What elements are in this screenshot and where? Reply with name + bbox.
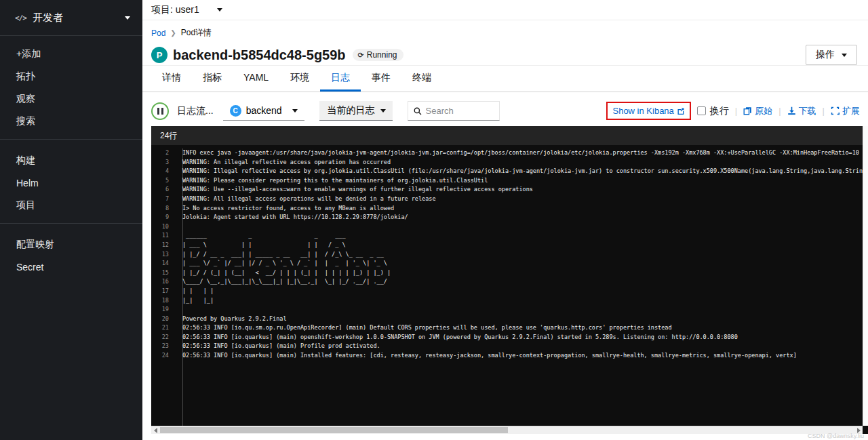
scrollbar-thumb[interactable]	[160, 427, 508, 433]
tab-metrics[interactable]: 指标	[192, 66, 233, 92]
log-line-text: 02:56:33 INFO [io.quarkus] (main) opensh…	[176, 333, 863, 342]
log-line-text: \____/ \__,_|\___|_|\_\___|_| |_|\__,_| …	[176, 277, 863, 287]
search-input[interactable]	[426, 106, 494, 116]
perspective-switcher[interactable]: </> 开发者	[0, 0, 142, 36]
log-line-number: 12	[151, 241, 176, 250]
log-line-number: 14	[151, 259, 176, 268]
scroll-left-arrow-icon[interactable]	[151, 426, 159, 435]
log-line-number: 6	[151, 185, 176, 195]
log-line-number: 24	[151, 351, 176, 361]
project-selector[interactable]: 项目: user1	[151, 4, 222, 16]
log-line: 4 WARNING: Illegal reflective access by …	[151, 167, 863, 176]
container-select[interactable]: C backend	[223, 101, 304, 121]
pod-tabs: 详情 指标 YAML 环境 日志 事件 终端	[142, 66, 868, 92]
main-content: 项目: user1 Pod ❯ Pod详情 P backend-b5854dc4…	[142, 0, 868, 440]
tab-events[interactable]: 事件	[361, 66, 401, 92]
log-line-text: I> No access restrictor found, access to…	[176, 204, 863, 214]
log-line-text: WARNING: An illegal reflective access op…	[176, 158, 863, 167]
sidebar-item-search[interactable]: 搜索	[0, 110, 142, 132]
sidebar-item-project[interactable]: 项目	[0, 194, 142, 216]
wrap-lines-control[interactable]: 换行	[697, 105, 729, 117]
raw-window-icon	[743, 106, 752, 115]
tab-terminal[interactable]: 终端	[401, 66, 442, 92]
sidebar-item-topology[interactable]: 拓扑	[0, 65, 142, 87]
log-horizontal-scrollbar[interactable]	[151, 426, 863, 434]
sidebar-group-main: +添加 拓扑 观察 搜索	[0, 36, 142, 136]
sidebar-item-helm[interactable]: Helm	[0, 172, 142, 194]
kibana-highlight-box: Show in Kibana	[606, 102, 690, 120]
actions-button[interactable]: 操作	[806, 45, 857, 65]
expand-label: 扩展	[842, 105, 860, 117]
pause-log-button[interactable]	[151, 102, 169, 120]
project-selector-label: 项目: user1	[151, 4, 199, 16]
log-line-number: 22	[151, 333, 176, 342]
log-line: 16 \____/ \__,_|\___|_|\_\___|_| |_|\__,…	[151, 277, 863, 287]
pause-icon	[161, 108, 163, 115]
log-line-number: 21	[151, 323, 176, 333]
log-line-text: | ___ \ | | | | / _ \	[176, 241, 863, 250]
sidebar-item-configmaps[interactable]: 配置映射	[0, 233, 142, 256]
log-line-number: 13	[151, 250, 176, 260]
container-select-value: backend	[246, 105, 282, 116]
download-link[interactable]: 下载	[787, 105, 816, 117]
search-icon	[414, 107, 422, 115]
perspective-label: 开发者	[33, 12, 125, 24]
log-line-number: 17	[151, 287, 176, 296]
sidebar-item-secret[interactable]: Secret	[0, 256, 142, 278]
breadcrumb-pod-link[interactable]: Pod	[151, 28, 165, 38]
log-line: 17 | | | |	[151, 287, 863, 296]
log-line: 9 Jolokia: Agent started with URL https:…	[151, 213, 863, 222]
sidebar-item-add[interactable]: +添加	[0, 43, 142, 65]
log-line: 3 WARNING: An illegal reflective access …	[151, 158, 863, 167]
page-header: Pod ❯ Pod详情 P backend-b5854dc48-5g59b ⟳ …	[142, 20, 868, 66]
tab-logs[interactable]: 日志	[320, 66, 361, 92]
chevron-down-icon	[842, 54, 847, 57]
log-vertical-scrollbar[interactable]	[863, 126, 868, 426]
log-line-number: 10	[151, 222, 176, 232]
log-type-select[interactable]: 当前的日志	[319, 101, 393, 121]
log-line-number: 9	[151, 213, 176, 222]
log-line-text: | |_/ / (_| | (__| < __/ | | | (_| | | |…	[176, 268, 863, 278]
tab-environment[interactable]: 环境	[279, 66, 320, 92]
log-line-text: | | | |	[176, 287, 863, 296]
actions-button-label: 操作	[816, 49, 835, 61]
sidebar-divider	[0, 139, 142, 140]
sync-icon: ⟳	[358, 51, 364, 60]
log-stream-label: 日志流...	[177, 105, 214, 117]
log-line-text	[176, 222, 863, 232]
log-type-value: 当前的日志	[328, 104, 375, 117]
wrap-lines-label: 换行	[710, 105, 729, 117]
sidebar-item-builds[interactable]: 构建	[0, 149, 142, 172]
sidebar-item-observe[interactable]: 观察	[0, 87, 142, 110]
show-in-kibana-link[interactable]: Show in Kibana	[612, 106, 684, 116]
log-line-number: 23	[151, 342, 176, 351]
title-row: P backend-b5854dc48-5g59b ⟳ Running 操作	[151, 45, 857, 65]
wrap-lines-checkbox[interactable]	[697, 106, 706, 115]
log-line-number: 16	[151, 277, 176, 287]
log-line-text: 02:56:33 INFO [io.quarkus] (main) Profil…	[176, 342, 863, 351]
log-line-text: Powered by Quarkus 2.9.2.Final	[176, 315, 863, 324]
sidebar-group-resources: 构建 Helm 项目	[0, 142, 142, 220]
log-line: 6 WARNING: Use --illegal-access=warn to …	[151, 185, 863, 195]
log-line-number: 15	[151, 268, 176, 278]
log-line-number: 7	[151, 195, 176, 204]
log-line-text: WARNING: Illegal reflective access by or…	[176, 167, 863, 176]
status-badge: ⟳ Running	[353, 49, 404, 61]
expand-link[interactable]: 扩展	[831, 105, 860, 117]
log-line-number: 2	[151, 148, 176, 158]
log-line-number: 5	[151, 176, 176, 186]
log-line-number: 4	[151, 167, 176, 176]
chevron-down-icon	[217, 8, 222, 12]
log-line: 19	[151, 305, 863, 315]
log-line: 7 WARNING: All illegal access operations…	[151, 195, 863, 204]
code-icon: </>	[15, 14, 26, 22]
raw-link[interactable]: 原始	[743, 105, 772, 117]
tab-details[interactable]: 详情	[151, 66, 192, 92]
log-line: 10	[151, 222, 863, 232]
log-line-text: | |_/ / __ _ ___| | _____ _ __ __| | / /…	[176, 250, 863, 260]
log-line-text: 02:56:33 INFO [io.qu.sm.op.ru.OpenApiRec…	[176, 323, 863, 333]
download-label: 下载	[799, 105, 816, 117]
log-toolbar: 日志流... C backend 当前的日志 Show in Kibana	[142, 92, 868, 129]
tab-yaml[interactable]: YAML	[233, 66, 279, 92]
log-line: 20 Powered by Quarkus 2.9.2.Final	[151, 315, 863, 324]
